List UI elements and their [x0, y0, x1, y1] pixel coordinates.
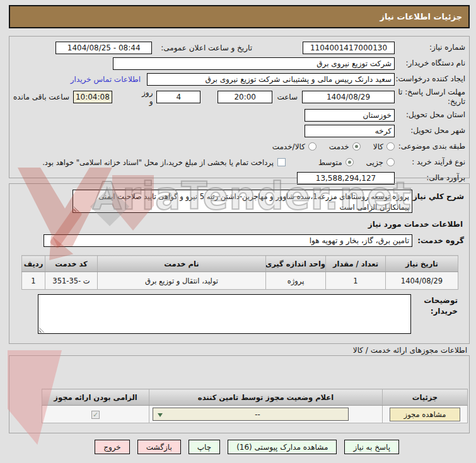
radio-minor-icon[interactable]: [386, 158, 395, 166]
view-attachments-button[interactable]: مشاهده مدارک پیوستی (16): [228, 440, 337, 454]
license-status-select[interactable]: --: [153, 408, 349, 421]
deadline-date-field[interactable]: 1404/08/29: [302, 91, 395, 103]
remaining-time-label: ساعت باقی مانده: [13, 93, 69, 101]
city-label: شهر محل تحویل:: [395, 126, 465, 135]
process-type-row: نوع فرآیند خرید : جزیی متوسط پرداخت تمام…: [13, 155, 465, 169]
licenses-table-row: مشاهده مجوز -- ✓: [42, 406, 468, 423]
creator-label: ایجاد کننده درخواست:: [395, 74, 465, 84]
buyer-notes-label: توضیحات خریدار:: [411, 294, 458, 334]
services-table: تاریخ نیاز تعداد / مقدار واحد اندازه گیر…: [21, 255, 458, 290]
licenses-table-header: جزئیات اعلام وضعیت مجوز توسط تامین کننده…: [42, 389, 468, 406]
radio-service-label: خدمت: [329, 142, 349, 151]
remaining-time-field[interactable]: 10:04:08: [73, 91, 112, 103]
services-table-header: تاریخ نیاز تعداد / مقدار واحد اندازه گیر…: [22, 256, 458, 272]
cell-quantity: 1: [326, 272, 386, 290]
cell-license-status: --: [149, 406, 383, 423]
licenses-panel: جزئیات اعلام وضعیت مجوز توسط تامین کننده…: [9, 355, 470, 433]
service-group-row: گروه خدمت: تامین برق، گاز، بخار و تهویه …: [12, 234, 464, 247]
page: { "watermark": { "text": "AriaTender.net…: [0, 0, 476, 463]
license-required-checkbox[interactable]: ✓: [91, 411, 100, 419]
radio-option-service[interactable]: خدمت: [329, 142, 361, 151]
province-row: استان محل تحویل: خوزستان: [13, 108, 465, 122]
col-quantity: تعداد / مقدار: [326, 256, 386, 272]
classification-label: طبقه بندی موضوعی:: [395, 142, 465, 151]
province-label: استان محل تحویل:: [395, 110, 465, 120]
col-row-number: ردیف: [22, 256, 45, 272]
radio-goods-service-label: کالا/خدمت: [272, 142, 305, 151]
deadline-time-field[interactable]: 20:00: [218, 91, 272, 103]
radio-goods-service-icon[interactable]: [308, 142, 316, 151]
need-number-row: شماره نیاز: 1104001417000130 تاریخ و ساع…: [13, 40, 465, 55]
buyer-notes-textarea[interactable]: [38, 294, 411, 334]
announce-datetime-field[interactable]: 1404/08/25 - 08:44: [55, 42, 152, 54]
creator-row: ایجاد کننده درخواست: سعید دارنک رییس مال…: [13, 72, 465, 86]
estimate-field[interactable]: 13,588,294,127: [297, 172, 395, 185]
radio-goods-label: کالا: [373, 142, 383, 151]
cell-service-code: 351-35- ت: [45, 272, 98, 290]
col-unit: واحد اندازه گیری: [266, 256, 326, 272]
col-service-name: نام خدمت: [98, 256, 266, 272]
deadline-label: مهلت ارسال پاسخ: تا تاریخ:: [395, 88, 465, 106]
cell-need-date: 1404/08/29: [386, 272, 458, 290]
deadline-row: مهلت ارسال پاسخ: تا تاریخ: 1404/08/29 سا…: [13, 88, 465, 106]
radio-minor-label: جزیی: [366, 158, 383, 167]
resize-grip-icon[interactable]: [39, 327, 45, 333]
services-table-row: 1404/08/29 1 پروژه تولید، انتقال و توزیع…: [22, 272, 458, 290]
exit-button[interactable]: خروج: [95, 440, 130, 454]
remaining-days-label: روز و: [136, 88, 153, 106]
announce-datetime-label: تاریخ و ساعت اعلان عمومی:: [161, 43, 252, 52]
license-status-value: --: [167, 410, 348, 419]
radio-option-goods-service[interactable]: کالا/خدمت: [272, 142, 316, 151]
cell-service-name: تولید، انتقال و توزیع برق: [98, 272, 266, 290]
radio-option-medium[interactable]: متوسط: [318, 158, 354, 167]
radio-option-goods[interactable]: کالا: [373, 142, 395, 151]
respond-button[interactable]: پاسخ به نیاز: [344, 440, 399, 454]
services-panel: شرح کلي نیاز: پروژه توسعه روستاهای مزرعه…: [9, 183, 470, 344]
services-section-title: اطلاعات خدمات مورد نیاز: [12, 220, 463, 229]
col-details: جزئیات: [383, 389, 468, 406]
need-description-text: پروژه توسعه روستاهای مزرعه1،سده شاوور و …: [98, 192, 409, 212]
estimate-label: برآورد مالی:: [395, 173, 465, 183]
service-group-field[interactable]: تامین برق، گاز، بخار و تهویه هوا: [44, 234, 412, 247]
print-button[interactable]: چاپ: [189, 440, 220, 454]
buyer-notes-row: توضیحات خریدار:: [12, 294, 458, 334]
licenses-section-title: اطلاعات مجوزهای ارائه خدمت / کالا: [353, 346, 467, 355]
buyer-name-field[interactable]: شرکت توزیع نیروی برق: [113, 57, 395, 70]
cell-unit: پروژه: [266, 272, 326, 290]
remaining-days-field[interactable]: 4: [156, 91, 200, 103]
need-description-textarea[interactable]: پروژه توسعه روستاهای مزرعه1،سده شاوور و …: [73, 190, 412, 213]
deadline-hour-label: ساعت: [277, 93, 298, 101]
need-description-label: شرح کلي نیاز:: [412, 190, 464, 213]
cell-row-number: 1: [22, 272, 45, 290]
col-license-required: الزامی بودن ارائه مجوز: [42, 389, 149, 406]
cell-details: مشاهده مجوز: [383, 406, 468, 423]
cell-license-required: ✓: [42, 406, 149, 423]
need-number-field[interactable]: 1104001417000130: [303, 42, 395, 54]
treasury-checkbox[interactable]: [277, 158, 286, 166]
radio-goods-icon[interactable]: [386, 142, 395, 151]
view-license-button[interactable]: مشاهده مجوز: [390, 408, 460, 421]
creator-field[interactable]: سعید دارنک رییس مالی و پشتیبانی شرکت توز…: [147, 73, 395, 86]
radio-medium-icon[interactable]: [345, 158, 354, 166]
buyer-contact-link[interactable]: اطلاعات تماس خریدار: [71, 75, 141, 84]
page-title: جزئیات اطلاعات نیاز: [9, 5, 470, 28]
page-title-text: جزئیات اطلاعات نیاز: [380, 12, 462, 21]
licenses-table: جزئیات اعلام وضعیت مجوز توسط تامین کننده…: [42, 389, 468, 423]
radio-service-icon[interactable]: [352, 142, 361, 151]
city-field[interactable]: کرخه: [305, 125, 395, 137]
radio-option-minor[interactable]: جزیی: [366, 158, 395, 167]
service-group-label: گروه خدمت:: [412, 236, 464, 245]
action-bar: پاسخ به نیاز مشاهده مدارک پیوستی (16) چا…: [95, 440, 399, 454]
process-type-label: نوع فرآیند خرید :: [395, 157, 465, 167]
col-license-status: اعلام وضعیت مجوز توسط تامین کننده: [149, 389, 383, 406]
buyer-name-label: نام دستگاه خریدار:: [395, 59, 465, 68]
province-field[interactable]: خوزستان: [305, 109, 395, 122]
radio-medium-label: متوسط: [318, 158, 342, 167]
need-number-label: شماره نیاز:: [395, 43, 465, 52]
treasury-note: پرداخت تمام یا بخشی از مبلغ خرید،از محل …: [42, 158, 274, 167]
back-button[interactable]: بازگشت: [137, 440, 181, 454]
col-need-date: تاریخ نیاز: [386, 256, 458, 272]
col-service-code: کد خدمت: [45, 256, 98, 272]
resize-grip-icon[interactable]: [74, 206, 79, 212]
need-description-row: شرح کلي نیاز: پروژه توسعه روستاهای مزرعه…: [12, 190, 464, 213]
